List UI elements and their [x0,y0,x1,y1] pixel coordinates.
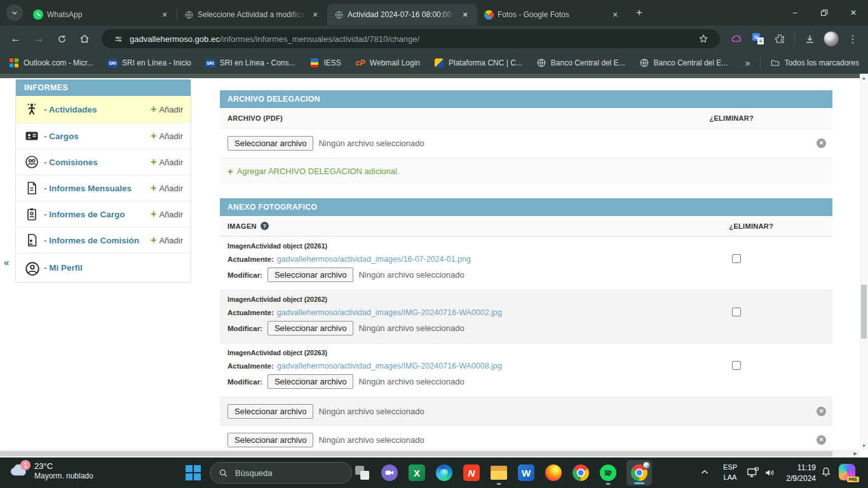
bookmark-webmail[interactable]: cP Webmail Login [355,58,420,68]
spotify-button[interactable] [599,459,617,487]
taskbar-search[interactable]: Búsqueda [210,462,352,484]
image-file-link[interactable]: gadvallehermoso/actividad_images/IMG-202… [277,362,502,370]
chrome-button[interactable] [572,459,590,487]
back-button[interactable]: ← [6,29,25,48]
sidebar-item-mi-perfil[interactable]: - Mi Perfil [16,253,191,282]
delete-checkbox[interactable] [732,361,741,370]
chrome-active-button[interactable] [627,460,652,485]
add-cargos-link[interactable]: +Añadir [151,131,183,141]
scroll-right-icon[interactable]: ▶ [854,451,857,456]
tab-close-icon[interactable]: ✕ [159,9,170,20]
sidebar-item-cargos[interactable]: - Cargos +Añadir [16,123,191,149]
sidebar-item-comisiones[interactable]: - Comisiones +Añadir [16,149,191,175]
delete-checkbox[interactable] [732,308,741,316]
excel-button[interactable]: X [408,459,426,487]
modify-label: Modificar: [227,325,262,332]
site-info-icon[interactable] [109,30,127,48]
clock[interactable]: 11:19 2/9/2024 [778,463,816,484]
restore-button[interactable] [810,0,839,25]
weather-widget[interactable]: 1 23°C Mayorm. nublado [9,461,93,480]
help-icon[interactable]: ? [261,222,269,230]
add-informes-mensuales-link[interactable]: +Añadir [151,183,183,193]
translate-icon[interactable]: GA [749,30,767,48]
address-bar[interactable]: gadvallehermoso.gob.ec /informes/informe… [102,29,720,48]
vertical-scroll-thumb[interactable] [861,285,867,339]
add-actividades-link[interactable]: +Añadir [151,104,183,114]
select-file-button[interactable]: Seleccionar archivo [268,268,353,282]
add-informes-comision-link[interactable]: +Añadir [151,235,183,245]
bookmark-banco-central-2[interactable]: Banco Central del E... [639,58,728,68]
select-file-button[interactable]: Seleccionar archivo [227,136,313,151]
minimize-button[interactable]: – [780,0,810,25]
add-label: Añadir [159,236,183,245]
select-file-button[interactable]: Seleccionar archivo [268,321,353,336]
bookmark-cnc[interactable]: Plataforma CNC | C... [434,58,522,68]
profile-avatar[interactable] [822,30,840,48]
sidebar-item-informes-comision[interactable]: - Informes de Comisión +Añadir [16,227,191,253]
image-file-link[interactable]: gadvallehermoso/actividad_images/16-07-2… [277,255,471,264]
extensions-puzzle-icon[interactable] [771,30,789,48]
scroll-up-icon[interactable]: ▲ [860,74,868,82]
add-comisiones-link[interactable]: +Añadir [151,157,183,167]
add-delegacion-link[interactable]: + Agregar ARCHIVO DELEGACION adicional. [220,158,832,184]
select-file-button[interactable]: Seleccionar archivo [227,433,313,447]
vertical-scrollbar[interactable]: ▲ ▼ [860,74,868,450]
forward-button[interactable]: → [29,29,48,48]
volume-icon[interactable] [764,466,776,479]
bookmark-banco-central-1[interactable]: Banco Central del E... [536,58,625,68]
bookmark-iess[interactable]: IESS [309,58,341,68]
video-call-app-button[interactable] [381,459,398,487]
edge-button[interactable] [435,459,453,487]
tab-whatsapp[interactable]: WhatsApp ✕ [27,4,177,25]
tab-close-icon[interactable]: ✕ [309,9,321,20]
sidebar-item-actividades[interactable]: - Actividades +Añadir [16,96,191,123]
bookmark-star-icon[interactable] [695,30,712,48]
pdf-app-button[interactable]: N [463,459,480,487]
close-button[interactable]: ✕ [839,0,868,25]
reload-icon [57,34,67,44]
bookmark-sri-consultas[interactable]: SRI SRI en Línea - Cons... [205,58,295,68]
notifications-bell-icon[interactable] [820,466,832,478]
sidebar-item-informes-mensuales[interactable]: - Informes Mensuales +Añadir [16,175,191,201]
new-tab-button[interactable]: + [631,4,648,21]
sidebar-collapse-button[interactable]: « [4,257,9,268]
tab-google-fotos[interactable]: Fotos - Google Fotos ✕ [477,4,627,25]
plus-icon: + [227,166,233,177]
word-button[interactable]: W [517,459,535,487]
downloads-icon[interactable] [801,30,818,48]
delete-checkbox[interactable] [732,254,741,263]
remove-row-icon[interactable]: ✕ [817,435,826,445]
tab-seleccione-actividad[interactable]: Seleccione Actividad a modifica ✕ [177,4,327,25]
scroll-down-icon[interactable]: ▼ [860,442,868,450]
image-file-link[interactable]: gadvallehermoso/actividad_images/IMG-202… [277,308,502,317]
extension-cloud-icon[interactable] [728,30,745,48]
sidebar-item-informes-cargo[interactable]: - Informes de Cargo +Añadir [16,201,191,227]
language-indicator[interactable]: ESP LAA [718,463,742,483]
tray-chevron-up-icon[interactable] [699,466,710,478]
start-button[interactable] [186,465,201,480]
reload-button[interactable] [52,29,71,48]
copilot-button[interactable]: PRE [839,464,855,480]
bookmark-outlook[interactable]: Outlook.com - Micr... [9,58,93,68]
tab-search-button[interactable] [6,4,23,21]
select-file-button[interactable]: Seleccionar archivo [227,404,313,419]
bookmark-sri-inicio[interactable]: SRI SRI en Línea - Inicio [107,58,191,68]
select-file-button[interactable]: Seleccionar archivo [268,374,353,389]
horizontal-scrollbar[interactable]: ▶ [0,450,860,458]
firefox-button[interactable] [545,459,562,487]
eliminar-header: ¿ELIMINAR? [709,114,754,122]
all-bookmarks-button[interactable]: Todos los marcadores [770,58,859,68]
remove-row-icon[interactable]: ✕ [817,139,826,148]
bookmarks-overflow-icon[interactable]: » [745,58,750,68]
remove-row-icon[interactable]: ✕ [817,407,826,416]
tab-actividad-active[interactable]: Actividad 2024-07-16 08:00:00 ✕ [327,4,477,25]
menu-kebab-icon[interactable]: ⋮ [844,30,862,48]
home-button[interactable] [75,29,94,48]
horizontal-scroll-thumb[interactable] [0,451,832,456]
tab-close-icon[interactable]: ✕ [609,9,621,20]
tab-close-icon[interactable]: ✕ [459,9,471,20]
task-view-button[interactable] [353,459,371,487]
add-informes-cargo-link[interactable]: +Añadir [151,209,183,219]
network-icon[interactable] [746,466,760,480]
file-explorer-button[interactable] [490,459,508,487]
